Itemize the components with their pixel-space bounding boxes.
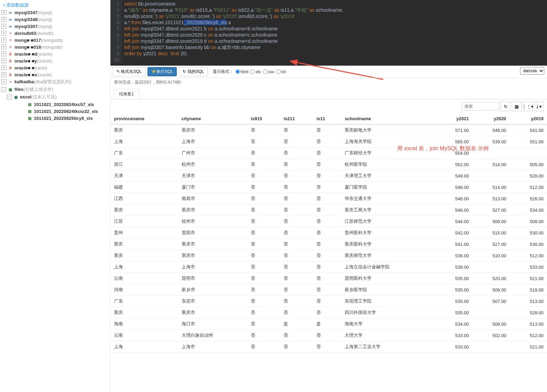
cell: 否	[247, 273, 280, 284]
tree-item-file[interactable]: ▤1011021_20220825tIcy6_xls	[0, 115, 110, 122]
my-sql-button[interactable]: ↻ 我的SQL	[179, 67, 208, 76]
export-icon[interactable]: ⤓▾	[534, 102, 544, 111]
table-row[interactable]: 浙江杭州市否否否杭州医学院552.00514.00505.00	[111, 159, 547, 170]
col-schoolname[interactable]: schoolname	[341, 113, 435, 124]
table-row[interactable]: 江西南昌市否否否华东交通大学546.00513.00526.00	[111, 193, 547, 204]
cell: 538.00	[435, 250, 472, 261]
table-row[interactable]: 贵州贵阳市否否否贵州医科大学542.00515.00530.00	[111, 227, 547, 239]
format-html[interactable]: html	[236, 69, 249, 74]
cell: 福建	[111, 182, 178, 193]
format-radio[interactable]	[263, 69, 267, 74]
table-row[interactable]: 云南昆明市否否否昆明医科大学535.00520.00521.00	[111, 273, 547, 284]
expand-icon[interactable]	[1, 51, 6, 56]
tree-item-excel[interactable]: ▣excel(仅本人可见)	[0, 93, 110, 101]
table-row[interactable]: 河南新乡市否否否新乡医学院535.00506.00519.00	[111, 284, 547, 296]
expand-icon[interactable]	[1, 87, 6, 92]
format-xls[interactable]: xls	[250, 69, 261, 74]
table-row[interactable]: 上海上海市否否否上海立信会计金融学院538.00533.00	[111, 261, 547, 273]
format-radio[interactable]	[276, 69, 281, 74]
expand-icon[interactable]	[1, 79, 6, 84]
cell: 否	[247, 296, 280, 307]
tree-item[interactable]: Δoracle■ ■y(oracle)	[0, 57, 110, 64]
search-input[interactable]	[461, 102, 499, 111]
execute-sql-button[interactable]: ⚡执行SQL	[147, 67, 177, 76]
table-row[interactable]: 云南大理白族自治州否否否大理大学533.00502.00512.00	[111, 330, 547, 341]
table-row[interactable]: 重庆重庆市否否否四川外国语大学535.00528.00	[111, 307, 547, 318]
expand-icon[interactable]	[1, 58, 6, 63]
tree-label: files(右键上传文件)	[15, 86, 54, 93]
tree-item-file[interactable]: ▤1011021_20220824tkciu32_xls	[0, 108, 110, 115]
expand-icon[interactable]	[1, 72, 6, 77]
tree-item-file[interactable]: ▤1011021_20220824txc57_xls	[0, 101, 110, 108]
table-row[interactable]: 福建厦门市否否否厦门医学院548.00514.00512.00	[111, 182, 547, 193]
expand-icon[interactable]	[1, 65, 6, 70]
cell: 否	[280, 273, 313, 284]
cell: 否	[313, 216, 341, 227]
cell: 南昌市	[178, 193, 248, 204]
table-row[interactable]: 重庆重庆市否否否重庆邮电大学571.00546.00541.00	[111, 124, 547, 136]
cell: 546.00	[435, 193, 472, 204]
add-datasource-link[interactable]: 添加数据源	[0, 1, 110, 9]
cell: 否	[313, 124, 341, 136]
cell: 506.00	[472, 284, 510, 296]
cell: 510.00	[472, 250, 510, 261]
col-y2021[interactable]: y2021	[435, 113, 472, 124]
expand-icon[interactable]	[1, 38, 6, 42]
tree-item[interactable]: ✦mong■ ■018(mongodb)	[0, 44, 110, 50]
tree-item[interactable]: ▣files(右键上传文件)	[0, 86, 110, 93]
table-row[interactable]: 江苏徐州市否否否江苏师范大学544.00506.00508.00	[111, 216, 547, 227]
tree-item[interactable]: mmysql3347(mysql)	[0, 9, 110, 16]
refresh-icon[interactable]: ↻	[501, 102, 510, 111]
cell: 重庆师范大学	[341, 250, 435, 261]
table-row[interactable]: 海南海口市否是是海南大学534.00508.00513.00	[111, 318, 547, 330]
sql-editor[interactable]: 12345678910 select bb.provincename, a."城…	[111, 0, 547, 66]
col-is915[interactable]: is915	[247, 113, 280, 124]
tree-item[interactable]: ✦dorisdb93(dorisdb)	[0, 30, 110, 37]
cell: 否	[247, 204, 280, 216]
line-gutter: 12345678910	[111, 0, 122, 64]
cell: 否	[313, 273, 341, 284]
tree-item[interactable]: Δoracle■ ■э(oracle)	[0, 71, 110, 78]
expand-icon[interactable]	[1, 31, 6, 36]
expand-icon[interactable]	[7, 95, 12, 99]
cell: 否	[247, 216, 280, 227]
cell: 521.00	[510, 341, 547, 353]
format-csv[interactable]: csv	[263, 69, 274, 74]
table-row[interactable]: 重庆重庆市否否否重庆工商大学546.00527.00534.00	[111, 204, 547, 216]
cell: 514.00	[472, 159, 510, 170]
tree-item[interactable]: Δoracle■ ■(racle)	[0, 64, 110, 71]
col-y2019[interactable]: y2019	[510, 113, 547, 124]
col-is11[interactable]: is11	[313, 113, 341, 124]
format-radio[interactable]	[236, 69, 240, 74]
col-is211[interactable]: is211	[280, 113, 313, 124]
format-sql-button[interactable]: ✎ 格式化SQL	[113, 67, 145, 76]
expand-icon[interactable]	[1, 24, 6, 29]
format-radio[interactable]	[250, 69, 255, 74]
code-area[interactable]: select bb.provincename, a."城市" as cityna…	[122, 0, 547, 64]
table-row[interactable]: 天津天津市否否否天津理工大学549.00528.00	[111, 170, 547, 182]
tree-item[interactable]: ✦mong■ ■017(mongodb)	[0, 37, 110, 44]
tab-resultset-1[interactable]: 结果集1	[114, 89, 139, 99]
format-txt[interactable]: txt	[276, 69, 286, 74]
expand-icon[interactable]	[1, 10, 6, 15]
tree-item[interactable]: ✦kafkadba(dba报警信息队列)	[0, 78, 110, 86]
col-cityname[interactable]: cityname	[178, 113, 248, 124]
table-row[interactable]: 重庆重庆市否否否重庆师范大学538.00510.00512.00	[111, 250, 547, 261]
annotation-text: 用 excel 表，join MySQL 数据表 示例	[397, 145, 489, 152]
tree-item[interactable]: mmysql3307(mysql)	[0, 23, 110, 30]
expand-icon[interactable]	[1, 17, 6, 22]
table-row[interactable]: 上海上海市否否否上海第二工业大学533.00521.00	[111, 341, 547, 353]
cell: 重庆邮电大学	[341, 124, 435, 136]
tree-item[interactable]: Δoracle■ ■d(oracle)	[0, 50, 110, 57]
columns-icon[interactable]: ▦	[512, 102, 521, 111]
grid-icon[interactable]: ⋮⋮▾	[523, 102, 532, 111]
table-row[interactable]: 广东东莞市否否否东莞理工学院535.00507.00513.00	[111, 296, 547, 307]
cell: 云南	[111, 330, 178, 341]
expand-icon[interactable]	[1, 45, 6, 49]
tree-item[interactable]: mmysql3348(mysql)	[0, 16, 110, 23]
col-y2020[interactable]: y2020	[472, 113, 510, 124]
cell: 新乡市	[178, 284, 248, 296]
col-provincename[interactable]: provincename	[111, 113, 178, 124]
table-row[interactable]: 重庆重庆市否否否重庆医科大学541.00527.00530.00	[111, 239, 547, 250]
theme-select[interactable]: darcula	[520, 67, 544, 75]
